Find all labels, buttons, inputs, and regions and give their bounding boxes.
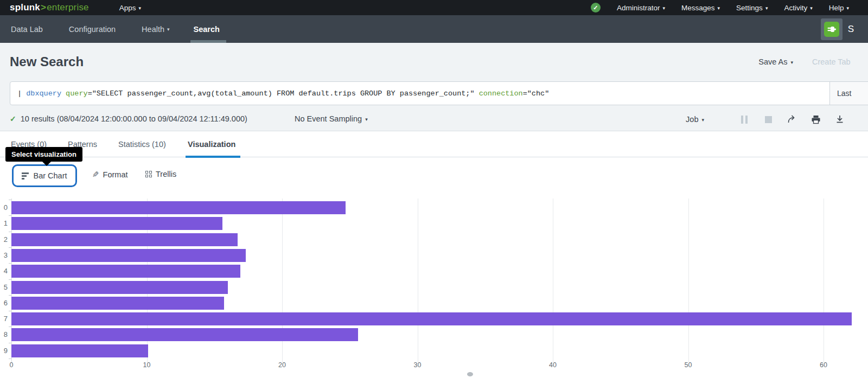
y-axis-tick <box>9 247 11 248</box>
apps-menu[interactable]: Apps ▾ <box>119 4 141 12</box>
x-axis-tick-label: 50 <box>678 361 699 369</box>
format-button[interactable]: ✎ Format <box>92 170 128 180</box>
select-visualization-tooltip: Select visualization <box>5 147 82 162</box>
event-sampling-dropdown[interactable]: No Event Sampling ▾ <box>295 114 368 123</box>
activity-menu[interactable]: Activity▾ <box>784 4 812 12</box>
y-axis-category-label: 4 <box>0 267 8 275</box>
y-axis-tick <box>9 343 11 343</box>
y-axis-category-label: 7 <box>0 315 8 323</box>
nav-item-health[interactable]: Health ▾ <box>142 25 169 34</box>
bar-segment[interactable] <box>11 328 358 341</box>
messages-menu[interactable]: Messages▾ <box>681 4 720 12</box>
chevron-down-icon: ▾ <box>663 6 666 11</box>
plug-icon <box>824 22 839 37</box>
results-tabs: Events (0) Patterns Statistics (10) Visu… <box>0 137 868 157</box>
app-nav-bar: Data Lab Configuration Health ▾ Search S <box>0 15 868 43</box>
nav-item-search[interactable]: Search <box>194 25 220 34</box>
bar-chart-icon <box>22 172 29 180</box>
administrator-menu[interactable]: Administrator▾ <box>617 4 665 12</box>
nav-item-data-lab[interactable]: Data Lab <box>11 25 43 34</box>
bar-segment[interactable] <box>11 217 222 230</box>
success-check-icon: ✓ <box>10 114 16 123</box>
y-axis-tick <box>9 359 11 359</box>
app-identity: S <box>821 18 854 40</box>
tab-statistics[interactable]: Statistics (10) <box>118 140 166 156</box>
chart-type-label: Bar Chart <box>33 171 67 180</box>
gridline <box>418 199 418 362</box>
logo-brand: splunk <box>10 2 40 13</box>
chevron-down-icon: ▾ <box>718 6 720 11</box>
tab-visualization[interactable]: Visualization <box>186 140 240 158</box>
stop-icon <box>765 116 772 123</box>
x-axis-tick-label: 40 <box>542 361 564 369</box>
query-arg1-key: query <box>61 89 88 98</box>
query-arg2-key: connection <box>475 89 523 98</box>
trellis-button[interactable]: Trellis <box>145 170 176 178</box>
results-summary: ✓ 10 results (08/04/2024 12:00:00.000 to… <box>10 114 247 123</box>
job-controls: Job ▾ <box>686 113 846 125</box>
search-query-input[interactable]: | dbxquery query="SELECT passenger_count… <box>10 89 824 98</box>
topbar-right-menus: ✓ Administrator▾ Messages▾ Settings▾ Act… <box>591 0 849 15</box>
bar-segment[interactable] <box>11 312 852 325</box>
trellis-grid-icon <box>145 171 152 177</box>
active-nav-underline <box>190 40 226 43</box>
query-arg2-value: ="chc" <box>523 89 550 98</box>
y-axis-category-label: 1 <box>0 219 8 227</box>
share-icon <box>787 114 797 124</box>
bar-segment[interactable] <box>11 344 148 357</box>
bar-segment[interactable] <box>11 233 238 246</box>
stop-button[interactable] <box>762 113 775 125</box>
create-tab-button[interactable]: Create Tab <box>812 57 851 66</box>
x-axis-tick-label: 30 <box>407 361 429 369</box>
bar-chart: 01020304050600123456789 <box>0 195 868 380</box>
logo-gt: > <box>41 2 46 13</box>
results-bar: ✓ 10 results (08/04/2024 12:00:00.000 to… <box>0 107 868 131</box>
chevron-down-icon: ▾ <box>139 6 142 11</box>
y-axis-tick <box>9 295 11 296</box>
export-button[interactable] <box>833 113 846 125</box>
gridline <box>824 199 824 362</box>
y-axis-tick <box>9 215 11 216</box>
query-command: dbxquery <box>26 89 61 98</box>
help-menu[interactable]: Help▾ <box>829 4 849 12</box>
chevron-down-icon: ▾ <box>810 6 813 11</box>
y-axis-category-label: 5 <box>0 283 8 291</box>
bar-segment[interactable] <box>11 249 246 262</box>
y-axis-tick <box>9 279 11 280</box>
chart-type-button[interactable]: Bar Chart <box>12 164 77 187</box>
bar-segment[interactable] <box>11 281 228 294</box>
y-axis-category-label: 2 <box>0 235 8 244</box>
logo-product: enterprise <box>47 2 89 13</box>
chevron-down-icon: ▾ <box>765 6 768 11</box>
query-pipe: | <box>17 89 26 98</box>
search-query-bar[interactable]: | dbxquery query="SELECT passenger_count… <box>10 81 868 105</box>
bar-segment[interactable] <box>11 265 240 278</box>
x-axis-tick-label: 60 <box>813 361 834 369</box>
chevron-down-icon: ▾ <box>790 60 793 65</box>
nav-item-configuration[interactable]: Configuration <box>69 25 116 34</box>
pause-icon <box>741 116 748 124</box>
bar-segment[interactable] <box>11 201 346 214</box>
apps-menu-label: Apps <box>119 4 136 12</box>
y-axis-category-label: 6 <box>0 299 8 307</box>
query-arg1-value: ="SELECT passenger_count,avg(total_amoun… <box>88 89 475 98</box>
print-icon <box>811 115 821 124</box>
y-axis-category-label: 8 <box>0 330 8 338</box>
chevron-down-icon: ▾ <box>846 6 849 11</box>
x-axis-tick-label: 20 <box>271 361 293 369</box>
job-menu[interactable]: Job ▾ <box>686 115 704 124</box>
tooltip-arrow <box>42 162 51 166</box>
settings-menu[interactable]: Settings▾ <box>736 4 768 12</box>
db-connect-app-icon[interactable] <box>821 18 843 40</box>
time-range-picker[interactable]: Last <box>829 82 868 105</box>
pause-button[interactable] <box>738 113 751 125</box>
top-bar: splunk>enterprise Apps ▾ ✓ Administrator… <box>0 0 868 15</box>
print-button[interactable] <box>809 113 822 125</box>
y-axis-category-label: 3 <box>0 251 8 259</box>
bar-segment[interactable] <box>11 297 224 310</box>
share-button[interactable] <box>786 113 799 125</box>
results-summary-text: 10 results (08/04/2024 12:00:00.000 to 0… <box>21 114 247 123</box>
scroll-indicator-dot[interactable] <box>467 372 473 376</box>
y-axis-category-label: 9 <box>0 347 8 355</box>
save-as-button[interactable]: Save As ▾ <box>758 57 793 66</box>
